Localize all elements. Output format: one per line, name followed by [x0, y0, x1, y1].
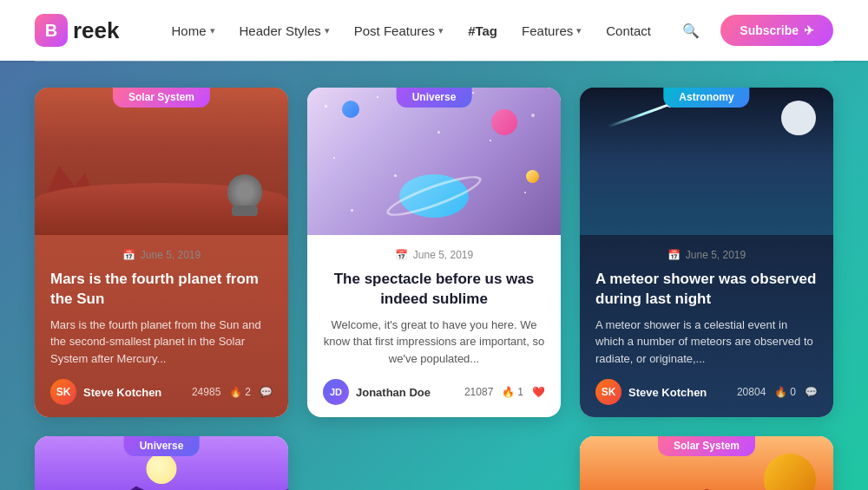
card-mars-title: Mars is the fourth planet from the Sun [50, 270, 273, 310]
views-stat-2: 21087 [464, 386, 493, 398]
card-universe-spectacle[interactable]: Universe 📅 June 5, 201 [307, 88, 561, 417]
card-tag-universe: Universe [397, 88, 472, 108]
comments-stat: 💬 [260, 386, 273, 398]
card-astronomy-excerpt: A meteor shower is a celestial event in … [595, 317, 818, 368]
card-spectacle-date: 📅 June 5, 2019 [323, 249, 545, 261]
astronomy-moon [781, 101, 816, 135]
card-mars-content: 📅 June 5, 2019 Mars is the fourth planet… [35, 88, 288, 417]
card-mars-stats: 24985 🔥 2 💬 [192, 386, 273, 398]
universe-planet-pink [491, 109, 517, 135]
card-spectacle-stats: 21087 🔥 1 ❤️ [464, 386, 545, 398]
card-astronomy-body: 📅 June 5, 2019 A meteor shower was obser… [580, 235, 833, 417]
cards-grid: Solar System 📅 June 5, 2019 Mars is the … [0, 62, 868, 490]
comments-stat-3: 💬 [805, 386, 818, 398]
card-solar-bottom[interactable]: Solar System [580, 436, 833, 490]
search-icon[interactable]: 🔍 [682, 23, 700, 39]
likes-stat: 🔥 2 [229, 386, 251, 398]
card-astronomy-title: A meteor shower was observed during last… [595, 270, 818, 310]
nav-contact[interactable]: Contact [606, 23, 651, 38]
logo-icon: B [35, 14, 68, 47]
subscribe-label: Subscribe [740, 23, 799, 37]
card-spectacle-footer: JD Jonathan Doe 21087 🔥 1 ❤️ [323, 379, 545, 405]
universe-planet-blue-small [342, 101, 359, 118]
nav-home[interactable]: Home ▾ [172, 23, 215, 38]
mars-robot [227, 174, 262, 209]
calendar-icon: 📅 [122, 249, 135, 261]
universe-planet-yellow [526, 170, 539, 183]
solar-planet [764, 454, 816, 490]
comments-stat-2: ❤️ [532, 386, 545, 398]
views-stat: 24985 [192, 386, 220, 398]
header: B reek Home ▾ Header Styles ▾ Post Featu… [0, 0, 868, 61]
author-name-mars: Steve Kotchen [83, 386, 185, 399]
card-spectacle-body: 📅 June 5, 2019 The spectacle before us w… [307, 235, 561, 417]
astronomy-meteor [608, 101, 674, 127]
card-mars-image [35, 88, 288, 235]
card-spectacle-excerpt: Welcome, it's great to have you here. We… [323, 317, 545, 368]
subscribe-button[interactable]: Subscribe ✈ [720, 15, 833, 46]
card-universe-bottom[interactable]: Universe [35, 436, 288, 490]
card-universe-image [307, 88, 561, 235]
partial-moon [147, 454, 177, 484]
card-spectacle-title: The spectacle before us was indeed subli… [323, 270, 545, 310]
main-nav: Home ▾ Header Styles ▾ Post Features ▾ #… [172, 23, 721, 39]
card-astronomy[interactable]: Astronomy 📅 June 5, 2019 A meteor shower… [580, 88, 833, 417]
logo-text: reek [73, 17, 120, 44]
card-mars-excerpt: Mars is the fourth planet from the Sun a… [50, 317, 273, 368]
author-avatar-sk: SK [50, 379, 76, 405]
calendar-icon-2: 📅 [395, 249, 408, 261]
card-mars-footer: SK Steve Kotchen 24985 🔥 2 💬 [50, 379, 273, 405]
logo[interactable]: B reek [35, 14, 120, 47]
universe-planet-big [399, 174, 469, 218]
author-avatar-sk2: SK [595, 379, 621, 405]
likes-stat-2: 🔥 1 [502, 386, 523, 398]
author-avatar-jd: JD [323, 379, 349, 405]
card-mars-body: 📅 June 5, 2019 Mars is the fourth planet… [35, 235, 288, 417]
plane-icon: ✈ [804, 23, 814, 37]
card-astronomy-footer: SK Steve Kotchen 20804 🔥 0 💬 [595, 379, 818, 405]
nav-features[interactable]: Features ▾ [522, 23, 582, 38]
nav-header-styles[interactable]: Header Styles ▾ [240, 23, 330, 38]
views-stat-3: 20804 [737, 386, 766, 398]
card-astronomy-date: 📅 June 5, 2019 [595, 249, 818, 261]
card-mars[interactable]: Solar System 📅 June 5, 2019 Mars is the … [35, 88, 288, 417]
calendar-icon-3: 📅 [667, 249, 681, 261]
nav-post-features[interactable]: Post Features ▾ [354, 23, 444, 38]
card-mars-date: 📅 June 5, 2019 [50, 249, 273, 261]
card-astronomy-content: 📅 June 5, 2019 A meteor shower was obser… [580, 88, 833, 417]
card-tag-astronomy: Astronomy [663, 88, 749, 108]
card-astronomy-stats: 20804 🔥 0 💬 [737, 386, 818, 398]
author-name-spectacle: Jonathan Doe [356, 386, 457, 399]
author-name-astronomy: Steve Kotchen [628, 386, 730, 399]
likes-stat-3: 🔥 0 [774, 386, 796, 398]
nav-tag[interactable]: #Tag [468, 23, 497, 38]
card-astronomy-image [580, 88, 833, 235]
card-tag-solar-bottom: Solar System [658, 436, 755, 456]
card-tag-solar: Solar System [113, 88, 210, 108]
card-tag-universe-bottom: Universe [124, 436, 200, 456]
